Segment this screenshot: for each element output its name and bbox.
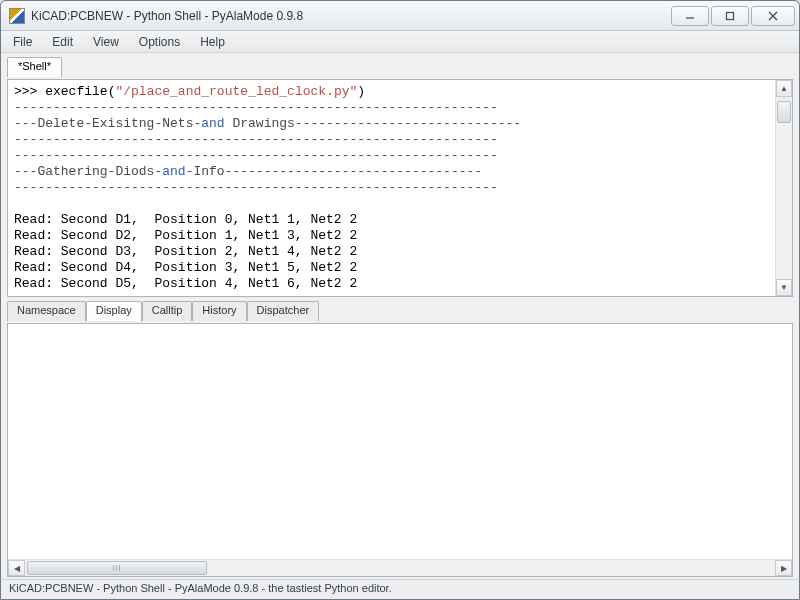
thumb-grip-icon [113, 565, 121, 571]
tab-namespace[interactable]: Namespace [7, 301, 86, 321]
window-title: KiCAD:PCBNEW - Python Shell - PyAlaMode … [31, 9, 671, 23]
read-line: Read: Second D5, Position 4, Net1 6, Net… [14, 276, 357, 291]
horizontal-scrollbar[interactable]: ◀ ▶ [8, 559, 792, 576]
dashline: ----------------------------------------… [14, 180, 498, 195]
dashline: ----------------------------------------… [14, 132, 498, 147]
menu-help[interactable]: Help [190, 32, 235, 52]
scroll-right-arrow-icon[interactable]: ▶ [775, 560, 792, 576]
bottom-tabs: Namespace Display Calltip History Dispat… [7, 301, 793, 321]
cmd-close: ) [357, 84, 365, 99]
hdr2b: -Info--------------------------------- [186, 164, 482, 179]
tab-display[interactable]: Display [86, 301, 142, 321]
prompt: >>> [14, 84, 45, 99]
tab-history[interactable]: History [192, 301, 246, 321]
menubar: File Edit View Options Help [1, 31, 799, 53]
hscroll-thumb[interactable] [27, 561, 207, 575]
cmd-arg: "/place_and_route_led_clock.py" [115, 84, 357, 99]
scroll-thumb[interactable] [777, 101, 791, 123]
titlebar[interactable]: KiCAD:PCBNEW - Python Shell - PyAlaMode … [1, 1, 799, 31]
window-buttons [671, 6, 795, 26]
hdr1kw: and [201, 116, 224, 131]
vertical-scrollbar[interactable]: ▲ ▼ [775, 80, 792, 296]
close-button[interactable] [751, 6, 795, 26]
hscroll-track[interactable] [25, 560, 775, 576]
statusbar: KiCAD:PCBNEW - Python Shell - PyAlaMode … [1, 579, 799, 599]
shell-tabs: *Shell* [7, 57, 793, 77]
scroll-left-arrow-icon[interactable]: ◀ [8, 560, 25, 576]
console-output[interactable]: >>> execfile("/place_and_route_led_clock… [8, 80, 775, 296]
read-line: Read: Second D3, Position 2, Net1 4, Net… [14, 244, 357, 259]
cmd-fn: execfile [45, 84, 107, 99]
scroll-track[interactable] [776, 97, 792, 279]
app-window: KiCAD:PCBNEW - Python Shell - PyAlaMode … [0, 0, 800, 600]
hdr2kw: and [162, 164, 185, 179]
menu-view[interactable]: View [83, 32, 129, 52]
maximize-button[interactable] [711, 6, 749, 26]
status-text: KiCAD:PCBNEW - Python Shell - PyAlaMode … [9, 582, 392, 594]
minimize-button[interactable] [671, 6, 709, 26]
menu-file[interactable]: File [3, 32, 42, 52]
hdr1b: Drawings----------------------------- [225, 116, 521, 131]
tab-dispatcher[interactable]: Dispatcher [247, 301, 320, 321]
scroll-down-arrow-icon[interactable]: ▼ [776, 279, 792, 296]
dashline: ----------------------------------------… [14, 148, 498, 163]
dashline: ----------------------------------------… [14, 100, 498, 115]
console-pane: >>> execfile("/place_and_route_led_clock… [7, 79, 793, 297]
hdr2a: ---Gathering-Diods- [14, 164, 162, 179]
tab-calltip[interactable]: Calltip [142, 301, 193, 321]
svg-rect-1 [727, 12, 734, 19]
client-area: *Shell* >>> execfile("/place_and_route_l… [1, 53, 799, 579]
display-body[interactable] [8, 324, 792, 559]
display-pane: ◀ ▶ [7, 323, 793, 577]
read-line: Read: Second D4, Position 3, Net1 5, Net… [14, 260, 357, 275]
menu-edit[interactable]: Edit [42, 32, 83, 52]
menu-options[interactable]: Options [129, 32, 190, 52]
read-line: Read: Second D2, Position 1, Net1 3, Net… [14, 228, 357, 243]
hdr1a: ---Delete-Exisitng-Nets- [14, 116, 201, 131]
tab-shell[interactable]: *Shell* [7, 57, 62, 77]
app-icon [9, 8, 25, 24]
read-line: Read: Second D1, Position 0, Net1 1, Net… [14, 212, 357, 227]
scroll-up-arrow-icon[interactable]: ▲ [776, 80, 792, 97]
